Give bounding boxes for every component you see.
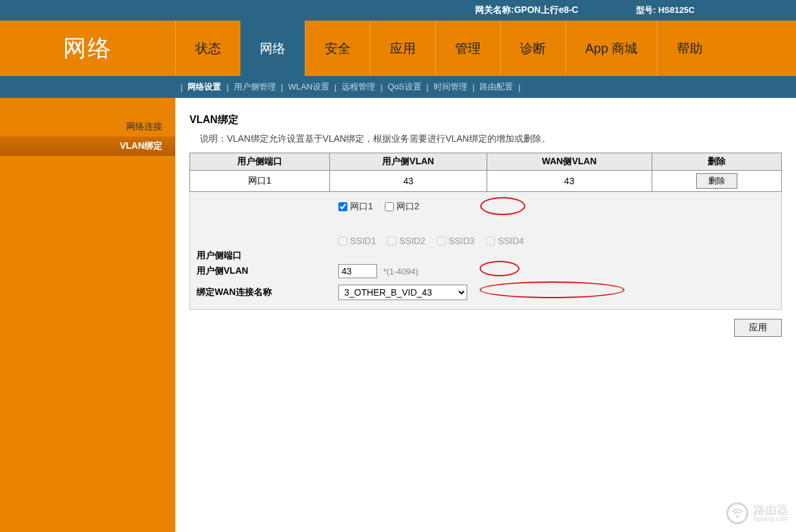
- tab-status[interactable]: 状态: [175, 21, 240, 76]
- sub-nav: | 网络设置 | 用户侧管理 | WLAN设置 | 远程管理 | QoS设置 |…: [0, 76, 796, 98]
- checkbox-ssid3-input[interactable]: [437, 236, 446, 245]
- cell-user-vlan: 43: [330, 171, 487, 192]
- tab-application[interactable]: 应用: [370, 21, 435, 76]
- vlan-binding-table: 用户侧端口 用户侧VLAN WAN侧VLAN 删除 网口1 43 43 删除: [189, 153, 782, 192]
- section-description: 说明：VLAN绑定允许设置基于VLAN绑定，根据业务需要进行VLAN绑定的增加或…: [200, 133, 782, 145]
- tab-security[interactable]: 安全: [305, 21, 370, 76]
- checkbox-ssid2-input[interactable]: [387, 236, 396, 245]
- tab-help[interactable]: 帮助: [657, 21, 722, 76]
- checkbox-port2[interactable]: 网口2: [385, 201, 420, 213]
- content-panel: VLAN绑定 说明：VLAN绑定允许设置基于VLAN绑定，根据业务需要进行VLA…: [175, 98, 796, 532]
- wan-connection-select[interactable]: 3_OTHER_B_VID_43: [338, 285, 467, 300]
- binding-form: 用户侧端口 网口1 网口2 SSID1 SSID2 SSID3 SSID4: [189, 192, 782, 310]
- subnav-user-management[interactable]: 用户侧管理: [234, 81, 276, 93]
- annotation-circle-icon: [480, 261, 519, 276]
- logo-text: 网络: [0, 21, 175, 76]
- cell-user-port: 网口1: [190, 171, 330, 192]
- cell-wan-vlan: 43: [487, 171, 652, 192]
- checkbox-ssid2[interactable]: SSID2: [387, 236, 425, 246]
- label-user-vlan: 用户侧VLAN: [197, 265, 338, 277]
- gateway-name: 网关名称:GPON上行e8-C: [475, 5, 578, 16]
- delete-button[interactable]: 删除: [696, 173, 737, 189]
- subnav-remote-management[interactable]: 远程管理: [342, 81, 375, 93]
- checkbox-ssid1[interactable]: SSID1: [338, 236, 376, 246]
- col-delete: 删除: [652, 153, 781, 171]
- annotation-circle-icon: [480, 197, 525, 215]
- table-row: 网口1 43 43 删除: [190, 171, 782, 192]
- sidebar-item-network-connection[interactable]: 网络连接: [0, 117, 175, 137]
- col-wan-vlan: WAN侧VLAN: [487, 153, 652, 171]
- tab-network[interactable]: 网络: [240, 21, 305, 76]
- main-tabs: 状态 网络 安全 应用 管理 诊断 App 商城 帮助: [175, 21, 796, 76]
- user-vlan-input[interactable]: [338, 264, 377, 278]
- watermark: 路由器 luyouqi.com: [726, 502, 788, 524]
- model-label: 型号: HS8125C: [636, 5, 694, 16]
- user-vlan-hint: *(1-4094): [383, 267, 418, 276]
- watermark-main: 路由器: [753, 504, 788, 517]
- annotation-circle-icon: [480, 281, 625, 298]
- tab-management[interactable]: 管理: [435, 21, 500, 76]
- col-user-vlan: 用户侧VLAN: [330, 153, 487, 171]
- top-bar: 网关名称:GPON上行e8-C 型号: HS8125C: [0, 0, 796, 21]
- subnav-qos-settings[interactable]: QoS设置: [388, 81, 422, 93]
- header: 网络 状态 网络 安全 应用 管理 诊断 App 商城 帮助: [0, 21, 796, 76]
- checkbox-ssid4[interactable]: SSID4: [486, 236, 523, 246]
- svg-point-0: [736, 515, 739, 518]
- subnav-route-config[interactable]: 路由配置: [480, 81, 513, 93]
- wifi-icon: [731, 508, 744, 518]
- checkbox-ssid4-input[interactable]: [486, 236, 495, 245]
- subnav-time-management[interactable]: 时间管理: [434, 81, 467, 93]
- checkbox-port1-input[interactable]: [338, 202, 347, 211]
- label-wan-connection: 绑定WAN连接名称: [197, 287, 338, 298]
- checkbox-ssid3[interactable]: SSID3: [437, 236, 474, 246]
- subnav-wlan-settings[interactable]: WLAN设置: [288, 81, 329, 93]
- router-icon: [726, 502, 748, 524]
- label-user-port: 用户侧端口: [197, 250, 338, 261]
- watermark-sub: luyouqi.com: [753, 516, 788, 522]
- sidebar: 网络连接 VLAN绑定: [0, 98, 175, 532]
- section-title: VLAN绑定: [189, 113, 782, 127]
- tab-diagnosis[interactable]: 诊断: [500, 21, 565, 76]
- checkbox-port2-input[interactable]: [385, 202, 394, 211]
- apply-button[interactable]: 应用: [734, 319, 782, 337]
- checkbox-port1[interactable]: 网口1: [338, 201, 373, 213]
- subnav-network-settings[interactable]: 网络设置: [188, 81, 221, 93]
- cell-delete: 删除: [652, 171, 781, 192]
- sidebar-item-vlan-binding[interactable]: VLAN绑定: [0, 137, 175, 156]
- tab-appstore[interactable]: App 商城: [565, 21, 657, 76]
- checkbox-ssid1-input[interactable]: [338, 236, 347, 245]
- col-user-port: 用户侧端口: [190, 153, 330, 171]
